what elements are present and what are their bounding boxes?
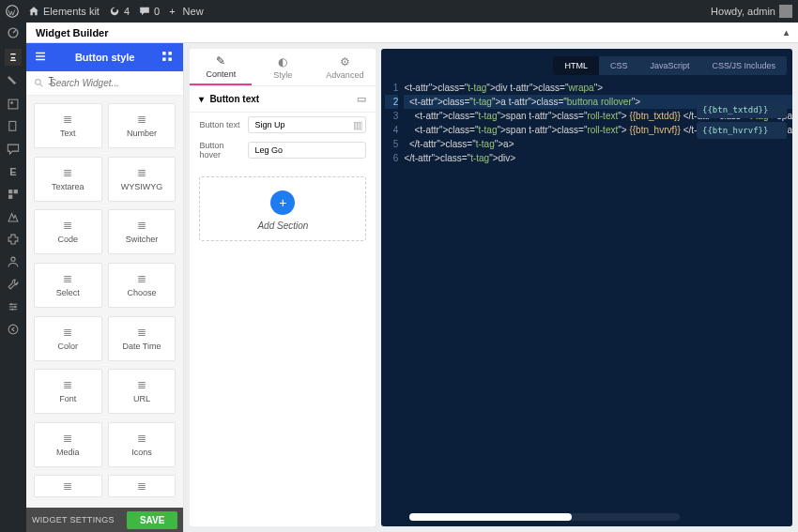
widget-label: WYSIWYG bbox=[121, 182, 163, 191]
properties-panel: ✎Content ◐Style ⚙Advanced ▾Button text ▭… bbox=[190, 49, 376, 526]
search-icon bbox=[34, 78, 44, 88]
widget-card[interactable]: ≣Media bbox=[34, 422, 102, 467]
menu-icon[interactable] bbox=[34, 50, 49, 65]
caret-down-icon: ▾ bbox=[199, 94, 204, 104]
svg-rect-15 bbox=[162, 57, 166, 61]
new-content[interactable]: +New bbox=[169, 6, 203, 17]
widget-card[interactable]: ≣WYSIWYG bbox=[108, 157, 176, 202]
widget-label: Font bbox=[59, 394, 76, 403]
widget-card[interactable]: ≣Icons bbox=[108, 422, 176, 467]
elementor-icon[interactable]: E bbox=[7, 165, 20, 178]
widget-card[interactable]: ≣Code bbox=[34, 209, 102, 254]
code-tab-includes[interactable]: CSS/JS Includes bbox=[700, 56, 787, 75]
tab-style-label: Style bbox=[273, 70, 292, 80]
pages-icon[interactable] bbox=[7, 120, 20, 133]
code-tab-js[interactable]: JavaScript bbox=[638, 56, 700, 75]
new-label: New bbox=[183, 6, 204, 17]
tab-content[interactable]: ✎Content bbox=[190, 49, 252, 85]
ekit-icon[interactable]: Ξ bbox=[5, 49, 22, 66]
collapse-caret-icon[interactable]: ▴ bbox=[784, 27, 789, 38]
app-title: Widget Builder bbox=[36, 27, 109, 38]
widget-card[interactable]: ≣ bbox=[108, 475, 176, 497]
add-section-label: Add Section bbox=[257, 220, 308, 231]
tab-style[interactable]: ◐Style bbox=[252, 49, 314, 85]
widget-card[interactable]: ≣Switcher bbox=[108, 209, 176, 254]
svg-rect-7 bbox=[8, 195, 12, 199]
updates-count: 4 bbox=[124, 6, 130, 17]
comments-icon[interactable] bbox=[7, 143, 20, 156]
plus-icon: + bbox=[270, 190, 295, 215]
code-tabs: HTML CSS JavaScript CSS/JS Includes bbox=[381, 49, 792, 77]
widgets-grid: ≣Text≣Number≣Textarea≣WYSIWYG≣Code≣Switc… bbox=[26, 96, 183, 508]
widget-card[interactable]: ≣Choose bbox=[108, 263, 176, 308]
updates[interactable]: 4 bbox=[109, 6, 130, 17]
templates-icon[interactable] bbox=[7, 188, 20, 201]
variable-chip[interactable]: {{btn_hvrvf}} bbox=[697, 122, 787, 139]
tools-icon[interactable] bbox=[7, 278, 20, 291]
code-editor[interactable]: 123456 <t-attr">class="t-tag">div t-attr… bbox=[381, 77, 792, 526]
users-icon[interactable] bbox=[7, 255, 20, 268]
search-input[interactable] bbox=[50, 78, 176, 88]
widget-card[interactable]: ≣URL bbox=[108, 369, 176, 414]
widget-label: Color bbox=[58, 342, 79, 351]
grid-icon[interactable] bbox=[161, 50, 176, 65]
widget-lines-icon: ≣ bbox=[137, 273, 146, 284]
line-gutter: 123456 bbox=[385, 81, 404, 526]
howdy-label: Howdy, admin bbox=[711, 6, 775, 17]
svg-point-3 bbox=[10, 101, 13, 104]
svg-rect-16 bbox=[169, 57, 173, 61]
site-name-label: Elements kit bbox=[43, 6, 100, 17]
posts-icon[interactable] bbox=[7, 75, 20, 88]
text-cursor-icon: 𝙸 bbox=[47, 74, 54, 87]
dynamic-icon[interactable]: ▥ bbox=[353, 119, 362, 131]
media-icon[interactable] bbox=[7, 98, 20, 111]
widget-card[interactable]: ≣Select bbox=[34, 263, 102, 308]
widget-lines-icon: ≣ bbox=[137, 379, 146, 390]
code-tab-html[interactable]: HTML bbox=[553, 56, 599, 75]
prop-row-text: Button text ▥ bbox=[190, 113, 376, 137]
widget-card[interactable]: ≣Number bbox=[108, 103, 176, 148]
titlebar: Widget Builder ▴ bbox=[26, 23, 798, 43]
workspace: Button style 𝙸 ≣Text≣Number≣Textarea≣WYS… bbox=[26, 43, 798, 532]
add-section-button[interactable]: + Add Section bbox=[199, 176, 366, 241]
svg-rect-2 bbox=[8, 99, 18, 109]
plugins-icon[interactable] bbox=[7, 233, 20, 246]
scrollbar-thumb[interactable] bbox=[409, 513, 572, 521]
svg-rect-14 bbox=[169, 52, 173, 55]
widget-label: Code bbox=[58, 235, 79, 244]
dashboard-icon[interactable] bbox=[7, 26, 20, 39]
widget-card[interactable]: ≣Color bbox=[34, 316, 102, 361]
widget-card[interactable]: ≣Date Time bbox=[108, 316, 176, 361]
button-hover-input[interactable] bbox=[248, 142, 366, 159]
svg-point-8 bbox=[11, 257, 15, 261]
avatar bbox=[779, 5, 792, 18]
widget-lines-icon: ≣ bbox=[63, 379, 72, 390]
widget-label: Choose bbox=[128, 288, 157, 297]
widget-card[interactable]: ≣Font bbox=[34, 369, 102, 414]
variable-chip[interactable]: {{btn_txtdd}} bbox=[697, 101, 787, 118]
button-text-input[interactable] bbox=[248, 116, 366, 133]
svg-point-11 bbox=[11, 309, 13, 311]
howdy[interactable]: Howdy, admin bbox=[711, 5, 792, 18]
site-name[interactable]: Elements kit bbox=[28, 6, 100, 17]
svg-point-10 bbox=[14, 306, 16, 308]
tab-advanced[interactable]: ⚙Advanced bbox=[314, 49, 376, 85]
widget-card[interactable]: ≣Text bbox=[34, 103, 102, 148]
prop-row-hover: Button hover bbox=[190, 137, 376, 163]
comments[interactable]: 0 bbox=[139, 6, 160, 17]
widgets-panel: Button style 𝙸 ≣Text≣Number≣Textarea≣WYS… bbox=[26, 43, 184, 532]
responsive-icon[interactable]: ▭ bbox=[357, 93, 366, 105]
wp-logo[interactable] bbox=[6, 5, 19, 18]
section-header[interactable]: ▾Button text ▭ bbox=[190, 86, 376, 113]
code-tab-css[interactable]: CSS bbox=[599, 56, 639, 75]
collapse-icon[interactable] bbox=[7, 323, 20, 336]
horizontal-scrollbar[interactable] bbox=[409, 513, 680, 521]
svg-point-0 bbox=[7, 6, 19, 18]
save-button[interactable]: SAVE bbox=[127, 511, 178, 529]
settings-icon[interactable] bbox=[7, 300, 20, 313]
widget-card[interactable]: ≣ bbox=[34, 475, 102, 497]
widget-settings-button[interactable]: WIDGET SETTINGS bbox=[32, 515, 115, 524]
widget-card[interactable]: ≣Textarea bbox=[34, 157, 102, 202]
widget-label: Text bbox=[60, 129, 76, 138]
appearance-icon[interactable] bbox=[7, 210, 20, 223]
